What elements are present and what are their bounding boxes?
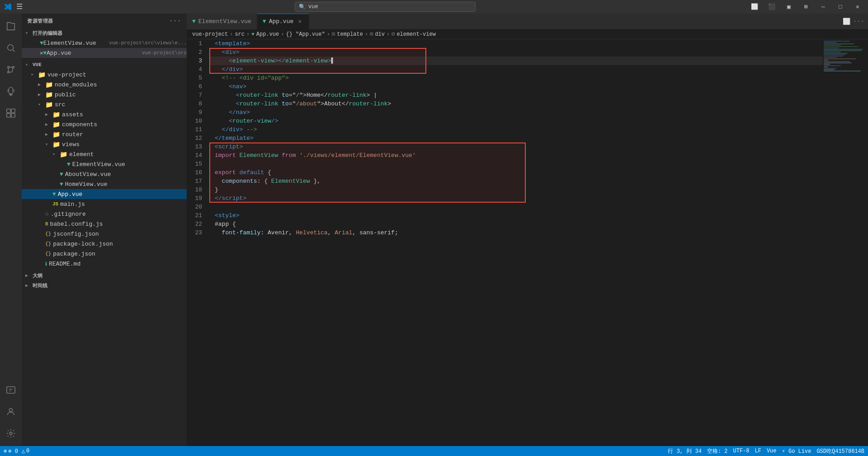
- folder-icon: 📁: [38, 71, 46, 79]
- chevron-right-icon: ▾: [31, 72, 38, 77]
- status-language[interactable]: Vue: [767, 448, 777, 454]
- package-item[interactable]: {} package.json: [22, 249, 187, 259]
- split-editor-icon[interactable]: ⬜: [843, 18, 850, 25]
- token: =": [289, 91, 296, 100]
- titlebar-center: 🔍 vue: [23, 2, 748, 12]
- sidebar-more-btn[interactable]: ···: [169, 17, 181, 24]
- components-item[interactable]: ▶ 📁 components: [22, 119, 187, 129]
- src-label: src: [55, 101, 65, 108]
- package-lock-item[interactable]: {} package-lock.json: [22, 239, 187, 249]
- status-spaces[interactable]: 空格: 2: [707, 447, 728, 455]
- jsconfig-item[interactable]: {} jsconfig.json: [22, 229, 187, 239]
- folder-icon: 📁: [45, 91, 53, 99]
- token: [215, 91, 236, 100]
- mini-line: [824, 45, 841, 46]
- code-area[interactable]: <template> <div> <element-view></element…: [209, 39, 823, 446]
- maximize-btn[interactable]: □: [834, 2, 847, 12]
- folder-icon: 📁: [52, 141, 60, 148]
- token: </div>: [215, 125, 243, 134]
- vue-section-header[interactable]: ▾ VUE: [22, 60, 187, 70]
- main-js-item[interactable]: JS main.js: [22, 199, 187, 209]
- readme-item[interactable]: ℹ README.md: [22, 259, 187, 269]
- status-eol[interactable]: LF: [755, 448, 761, 454]
- home-view-item[interactable]: ▼ HomeView.vue: [22, 179, 187, 189]
- mini-line: [824, 66, 828, 67]
- token: <template>: [215, 39, 250, 48]
- chevron-down-icon: ▾: [38, 102, 45, 107]
- ln-12: 12: [187, 134, 206, 142]
- gitignore-item[interactable]: ○ .gitignore: [22, 209, 187, 219]
- open-file-app-vue[interactable]: ✕ ▼ App.vue vue-project\src: [22, 48, 187, 58]
- customize-layout-btn[interactable]: ⊞: [799, 2, 813, 12]
- chevron-right-icon: ▶: [25, 283, 33, 288]
- public-item[interactable]: ▶ 📁 public: [22, 90, 187, 100]
- activity-item-source-control[interactable]: [0, 59, 22, 81]
- json-file-icon: {}: [45, 251, 51, 256]
- status-encoding[interactable]: UTF-8: [733, 448, 750, 454]
- activity-item-remote[interactable]: [0, 379, 22, 401]
- more-actions-icon[interactable]: ···: [853, 18, 864, 25]
- outline-header[interactable]: ▶ 大纲: [22, 271, 187, 280]
- activity-item-settings[interactable]: [0, 423, 22, 444]
- breadcrumb-template: template: [337, 31, 363, 38]
- token: </div>: [215, 65, 243, 74]
- views-item[interactable]: ▾ 📁 views: [22, 139, 187, 149]
- mini-line: [824, 58, 856, 59]
- folder-icon: 📁: [52, 121, 60, 128]
- router-item[interactable]: ▶ 📁 router: [22, 129, 187, 139]
- token: , sans-serif;: [352, 228, 398, 237]
- ln-4: 4: [187, 65, 206, 74]
- spaces-text: 空格: 2: [707, 447, 728, 455]
- node-modules-item[interactable]: ▶ 📁 node_modules: [22, 80, 187, 90]
- tab-element-view[interactable]: ▼ ElementView.vue: [187, 14, 257, 29]
- babel-file-icon: B: [45, 221, 48, 227]
- panel-layout-btn[interactable]: ⬛: [765, 2, 778, 12]
- vue-file-icon: ▼: [60, 181, 63, 188]
- tab-app-vue[interactable]: ▼ App.vue ✕: [257, 14, 309, 29]
- code-line-10: <router-view/>: [209, 117, 823, 125]
- status-errors[interactable]: ⊗ ⊗ 0: [4, 448, 18, 455]
- activity-item-search[interactable]: [0, 37, 22, 59]
- close-btn[interactable]: ✕: [851, 2, 864, 12]
- token: import: [215, 151, 240, 160]
- activity-item-account[interactable]: [0, 401, 22, 423]
- token: </script>: [215, 194, 246, 203]
- mini-line: [824, 48, 839, 48]
- babel-config-item[interactable]: B babel.config.js: [22, 219, 187, 229]
- open-editors-header[interactable]: ▾ 打开的编辑器: [22, 28, 187, 38]
- element-item[interactable]: ▾ 📁 element: [22, 149, 187, 159]
- element-view-file-item[interactable]: ▼ ElementView.vue: [22, 159, 187, 169]
- code-line-5: <!-- <div id="app">: [209, 74, 823, 82]
- breadcrumb-src: src: [235, 31, 245, 38]
- status-line-col[interactable]: 行 3, 列 34: [668, 447, 701, 455]
- token: [278, 91, 282, 100]
- code-line-19: </script>: [209, 194, 823, 203]
- editor-content: 1 2 3 4 5 6 7 8 9 10 11 12 13 14 15 16 1…: [187, 39, 868, 446]
- vue-file-icon: ▼: [60, 171, 63, 178]
- token: <: [229, 57, 232, 65]
- activity-item-extensions[interactable]: [0, 102, 22, 124]
- mini-line: [824, 71, 861, 71]
- activity-item-debug[interactable]: [0, 81, 22, 102]
- minimize-btn[interactable]: ─: [816, 2, 830, 12]
- app-vue-tree-item[interactable]: ▼ App.vue: [22, 189, 187, 199]
- src-item[interactable]: ▾ 📁 src: [22, 100, 187, 109]
- vue-project-item[interactable]: ▾ 📁 vue-project: [22, 70, 187, 80]
- search-bar[interactable]: 🔍 vue: [295, 2, 476, 12]
- hamburger-icon[interactable]: ☰: [16, 2, 23, 11]
- timeline-header[interactable]: ▶ 时间线: [22, 280, 187, 290]
- open-file-element-view[interactable]: ▼ ElementView.vue vue-project\src\views\…: [22, 38, 187, 48]
- status-golive[interactable]: ⚡ Go Live: [782, 448, 811, 455]
- aux-bar-btn[interactable]: ▣: [782, 2, 796, 12]
- token: <: [236, 100, 240, 108]
- tab-close-btn[interactable]: ✕: [296, 18, 303, 25]
- close-icon[interactable]: ✕: [40, 50, 43, 57]
- token: >: [387, 100, 391, 108]
- assets-item[interactable]: ▶ 📁 assets: [22, 109, 187, 119]
- sidebar-layout-btn[interactable]: ⬜: [748, 2, 761, 12]
- main-container: 资源管理器 ··· ▾ 打开的编辑器 ▼ ElementView.vue vue…: [0, 14, 868, 446]
- activity-item-explorer[interactable]: [0, 15, 22, 37]
- status-warnings[interactable]: △ 0: [22, 448, 29, 455]
- about-view-item[interactable]: ▼ AboutView.vue: [22, 169, 187, 179]
- svg-point-10: [9, 432, 12, 435]
